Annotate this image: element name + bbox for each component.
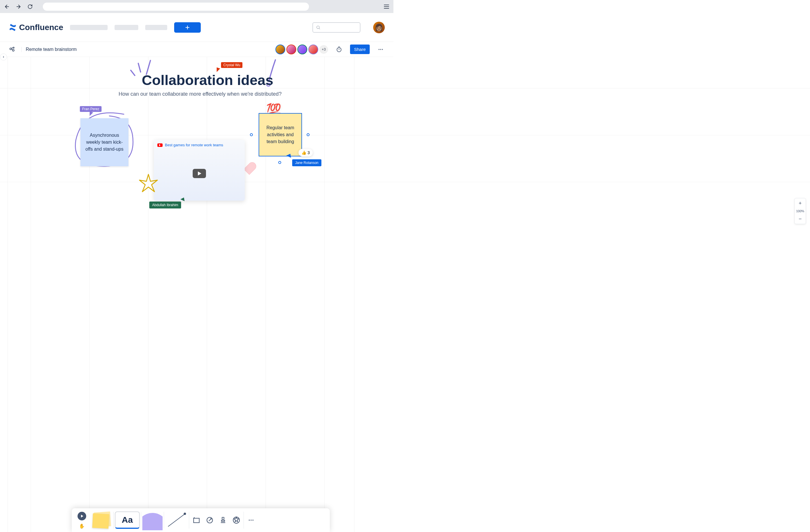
- user-avatar[interactable]: 👩🏽: [373, 22, 385, 33]
- search-input[interactable]: [312, 22, 360, 33]
- back-button[interactable]: [3, 3, 11, 10]
- forward-button[interactable]: [15, 3, 22, 10]
- collaborator-avatars: +3: [275, 45, 328, 54]
- cursor-label-abdullah: Abdullah Ibrahim: [149, 201, 181, 209]
- plus-icon: [184, 24, 190, 30]
- canvas-subheading[interactable]: How can our team collaborate more effect…: [118, 91, 281, 97]
- cursor-label-crystal: Crystal Wu: [221, 62, 242, 68]
- share-button[interactable]: Share: [350, 45, 370, 54]
- svg-point-3: [13, 47, 14, 48]
- play-button[interactable]: [193, 169, 206, 178]
- cursor-pointer-icon: [180, 198, 184, 202]
- svg-point-6: [380, 49, 381, 50]
- collaborator-avatar[interactable]: [297, 45, 307, 54]
- cursor-pointer-icon: [217, 67, 220, 72]
- video-header: Best games for remote work teams: [154, 140, 245, 150]
- svg-point-7: [382, 49, 383, 50]
- selection-handle[interactable]: [307, 133, 310, 136]
- reaction-count: 3: [308, 150, 310, 155]
- collaborator-avatar[interactable]: [287, 45, 296, 54]
- cursor-pointer-icon: [90, 111, 93, 116]
- reaction-badge[interactable]: 👍3: [298, 149, 313, 156]
- cursor-pointer-icon: [286, 154, 291, 159]
- more-menu-button[interactable]: [377, 45, 385, 53]
- whiteboard-canvas[interactable]: Collaboration ideas How can our team col…: [0, 57, 393, 259]
- nav-placeholder[interactable]: [145, 25, 167, 30]
- app-name: Confluence: [19, 23, 63, 32]
- sticky-note-blue[interactable]: Asynchronous weekly team kick-offs and s…: [80, 118, 128, 166]
- browser-chrome: [0, 0, 393, 13]
- confluence-logo[interactable]: Confluence: [9, 23, 63, 32]
- canvas-heading[interactable]: Collaboration ideas: [142, 72, 273, 88]
- thumbs-up-icon: 👍: [302, 150, 306, 155]
- svg-point-0: [317, 26, 319, 28]
- sticky-note-yellow[interactable]: Regular team activities and team buildin…: [259, 113, 302, 156]
- cursor-label-jane: Jane Rotanson: [292, 159, 321, 166]
- sidebar-expand-button[interactable]: [0, 53, 7, 61]
- reload-button[interactable]: [27, 3, 34, 10]
- browser-menu-button[interactable]: [383, 3, 390, 10]
- selection-handle[interactable]: [250, 133, 253, 136]
- whiteboard-icon: [9, 46, 16, 53]
- video-title[interactable]: Best games for remote work teams: [165, 143, 223, 147]
- app-header: Confluence 👩🏽: [0, 13, 393, 42]
- collaborator-avatar[interactable]: [308, 45, 318, 54]
- search-icon: [316, 25, 321, 30]
- create-button[interactable]: [174, 22, 201, 33]
- youtube-icon: [157, 144, 163, 147]
- nav-placeholder[interactable]: [115, 25, 138, 30]
- timer-button[interactable]: [335, 45, 343, 53]
- url-bar[interactable]: [43, 3, 309, 11]
- cursor-label-fran: Fran Perez: [80, 106, 101, 112]
- selection-handle[interactable]: [278, 161, 281, 164]
- nav-placeholder[interactable]: [70, 25, 108, 30]
- page-title[interactable]: Remote team brainstorm: [21, 47, 77, 52]
- svg-point-5: [379, 49, 379, 50]
- confluence-icon: [9, 23, 17, 32]
- page-bar: Remote team brainstorm +3 Share: [0, 42, 393, 57]
- video-embed[interactable]: Best games for remote work teams: [154, 140, 245, 201]
- collaborator-avatar[interactable]: [275, 45, 285, 54]
- collaborator-overflow[interactable]: +3: [319, 45, 328, 54]
